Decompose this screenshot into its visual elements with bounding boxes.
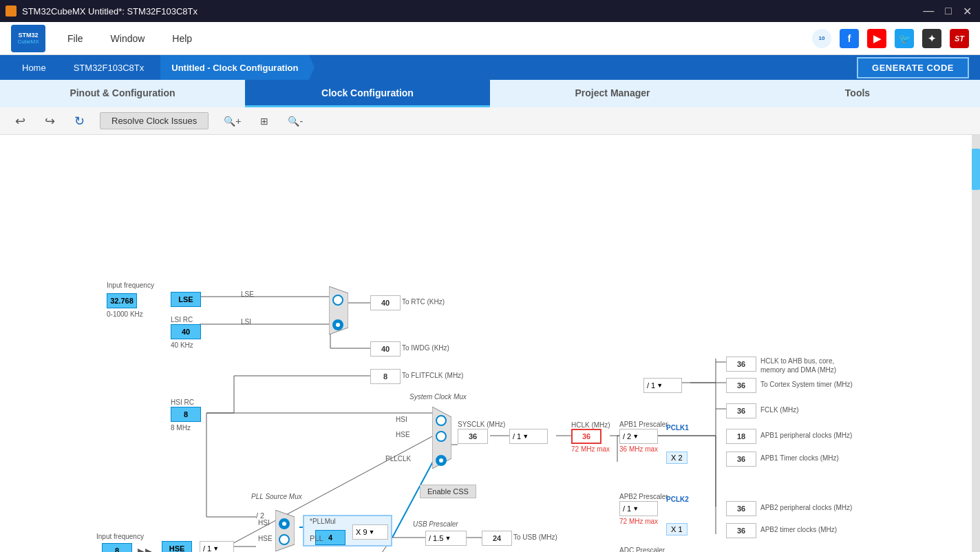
hse-sysclk-radio[interactable] bbox=[436, 431, 447, 442]
resolve-clock-issues-button[interactable]: Resolve Clock Issues bbox=[100, 112, 209, 129]
apb2-prescaler-label: APB2 Prescaler bbox=[619, 493, 668, 500]
sysclk-value-box: 36 bbox=[458, 429, 488, 444]
hsi-mux-label: HSI bbox=[396, 416, 407, 423]
fclk-label: FCLK (MHz) bbox=[760, 406, 799, 414]
lse-freq-input[interactable] bbox=[107, 293, 137, 308]
lsi-value-box[interactable]: 40 bbox=[171, 324, 201, 339]
clock-canvas: Input frequency 0-1000 KHz LSE LSI RC 40… bbox=[0, 135, 972, 552]
clock-diagram-lines bbox=[0, 135, 972, 552]
hsi-value-box[interactable]: 8 bbox=[171, 407, 201, 422]
pll-label: PLL bbox=[310, 534, 323, 542]
pll-source-mux-shape[interactable] bbox=[275, 510, 295, 551]
menubar-right: 10 f ▶ 🐦 ✦ ST bbox=[812, 29, 969, 48]
undo-button[interactable]: ↩ bbox=[11, 111, 30, 131]
lse-freq-range: 0-1000 KHz bbox=[107, 310, 143, 318]
lsi-khz-label: 40 KHz bbox=[171, 341, 193, 349]
cortex-timer-prescaler[interactable]: / 1 ▼ bbox=[643, 378, 682, 393]
hclk-ahb-value: 36 bbox=[726, 357, 756, 372]
logo-text-cube: CubeMX bbox=[17, 39, 39, 45]
zoom-out-button[interactable]: 🔍- bbox=[284, 113, 307, 129]
zoom-in-button[interactable]: 🔍+ bbox=[220, 113, 245, 129]
tab-clock[interactable]: Clock Configuration bbox=[245, 80, 490, 107]
breadcrumb-current[interactable]: Untitled - Clock Configuration bbox=[160, 55, 309, 80]
facebook-icon[interactable]: f bbox=[840, 29, 859, 48]
pllclk-sysclk-radio[interactable] bbox=[436, 455, 447, 466]
fclk-value: 36 bbox=[726, 403, 756, 418]
apb2-max-label: 72 MHz max bbox=[619, 518, 658, 525]
twitter-icon[interactable]: 🐦 bbox=[895, 29, 914, 48]
window-controls[interactable]: — □ ✕ bbox=[920, 5, 974, 18]
iwdg-label: To IWDG (KHz) bbox=[402, 344, 449, 352]
lse-box[interactable]: LSE bbox=[171, 292, 201, 307]
logo-area: STM32 CubeMX bbox=[11, 25, 45, 52]
apb1-prescaler-label: APB1 Prescaler bbox=[619, 421, 668, 428]
pll-hse-label: HSE bbox=[258, 535, 273, 542]
maximize-button[interactable]: □ bbox=[942, 5, 955, 18]
lsi-select-radio[interactable] bbox=[332, 319, 343, 330]
usb-prescaler-label: USB Prescaler bbox=[413, 520, 458, 528]
app-logo bbox=[6, 6, 17, 17]
hclk-ahb-label: HCLK to AHB bus, core, memory and DMA (M… bbox=[760, 357, 843, 374]
pll-hsi-radio[interactable] bbox=[279, 518, 290, 529]
lse-select-radio[interactable] bbox=[332, 295, 343, 306]
breadcrumb: Home STM32F103C8Tx Untitled - Clock Conf… bbox=[11, 55, 309, 80]
hse-freq-input[interactable]: 8 bbox=[102, 543, 132, 552]
breadcrumb-device[interactable]: STM32F103C8Tx bbox=[63, 55, 156, 80]
apb1-peri-value: 18 bbox=[726, 429, 756, 444]
hclk-value-box[interactable]: 36 bbox=[571, 429, 601, 444]
fit-view-button[interactable]: ⊞ bbox=[256, 113, 273, 129]
hsi-mhz-label: 8 MHz bbox=[171, 424, 191, 432]
hsi-rc-label: HSI RC bbox=[171, 399, 194, 406]
pclk1-label: PCLK1 bbox=[666, 424, 689, 432]
st-icon[interactable]: ST bbox=[950, 29, 969, 48]
hsi-sysclk-radio[interactable] bbox=[436, 415, 447, 426]
pll-source-mux-label: PLL Source Mux bbox=[251, 493, 302, 500]
menu-items: File Window Help bbox=[67, 33, 192, 44]
refresh-button[interactable]: ↻ bbox=[70, 111, 89, 131]
scrollbar[interactable] bbox=[972, 135, 980, 552]
scrollbar-thumb[interactable] bbox=[972, 149, 980, 190]
hse-box[interactable]: HSE bbox=[162, 541, 192, 552]
ahb-prescaler-select[interactable]: / 1 ▼ bbox=[509, 429, 548, 444]
apb2-x1-box: X 1 bbox=[666, 523, 688, 535]
minimize-button[interactable]: — bbox=[920, 5, 937, 18]
menu-window[interactable]: Window bbox=[111, 33, 145, 44]
network-icon[interactable]: ✦ bbox=[922, 29, 941, 48]
apb1-peri-label: APB1 peripheral clocks (MHz) bbox=[760, 432, 852, 439]
apb2-peri-value: 36 bbox=[726, 501, 756, 516]
menu-file[interactable]: File bbox=[67, 33, 83, 44]
usb-label: To USB (MHz) bbox=[513, 533, 557, 541]
toolbar: ↩ ↪ ↻ Resolve Clock Issues 🔍+ ⊞ 🔍- bbox=[0, 107, 980, 135]
pll-hse-radio[interactable] bbox=[279, 534, 290, 545]
apb2-prescaler-select[interactable]: / 1 ▼ bbox=[619, 501, 658, 516]
apb1-timer-value: 36 bbox=[726, 452, 756, 467]
svg-marker-32 bbox=[275, 510, 295, 551]
apb1-prescaler-select[interactable]: / 2 ▼ bbox=[619, 429, 658, 444]
close-button[interactable]: ✕ bbox=[960, 5, 974, 18]
enable-css-button[interactable]: Enable CSS bbox=[420, 485, 476, 498]
cortex-timer-label: To Cortex System timer (MHz) bbox=[760, 381, 853, 388]
usb-div-select[interactable]: / 1.5 ▼ bbox=[425, 531, 467, 546]
generate-code-button[interactable]: GENERATE CODE bbox=[857, 57, 969, 78]
system-clock-mux-label: System Clock Mux bbox=[409, 393, 467, 401]
hse-div1-select[interactable]: / 1 ▼ bbox=[200, 541, 234, 552]
menu-help[interactable]: Help bbox=[172, 33, 192, 44]
breadcrumb-home[interactable]: Home bbox=[11, 55, 57, 80]
iwdg-value-box: 40 bbox=[370, 341, 401, 357]
redo-button[interactable]: ↪ bbox=[41, 111, 59, 131]
flitf-label: To FLITFCLK (MHz) bbox=[402, 372, 463, 379]
tab-pinout[interactable]: Pinout & Configuration bbox=[0, 80, 245, 107]
youtube-icon[interactable]: ▶ bbox=[867, 29, 886, 48]
tabbar: Pinout & Configuration Clock Configurati… bbox=[0, 80, 980, 107]
hclk-max-label: 72 MHz max bbox=[571, 445, 610, 453]
cortex-timer-value: 36 bbox=[726, 378, 756, 393]
titlebar-title: STM32CubeMX Untitled*: STM32F103C8Tx bbox=[22, 6, 198, 17]
apb2-timer-label: APB2 timer clocks (MHz) bbox=[760, 526, 837, 533]
tab-tools[interactable]: Tools bbox=[735, 80, 980, 107]
pll-mul-select[interactable]: X 9 ▼ bbox=[352, 524, 388, 540]
tab-project[interactable]: Project Manager bbox=[490, 80, 735, 107]
rtc-value-box: 40 bbox=[370, 295, 401, 310]
pll-box: *PLLMul 4 PLL X 9 ▼ bbox=[303, 515, 392, 546]
pll-hsi-label: HSI bbox=[258, 519, 270, 527]
menubar-left: STM32 CubeMX File Window Help bbox=[11, 25, 192, 52]
